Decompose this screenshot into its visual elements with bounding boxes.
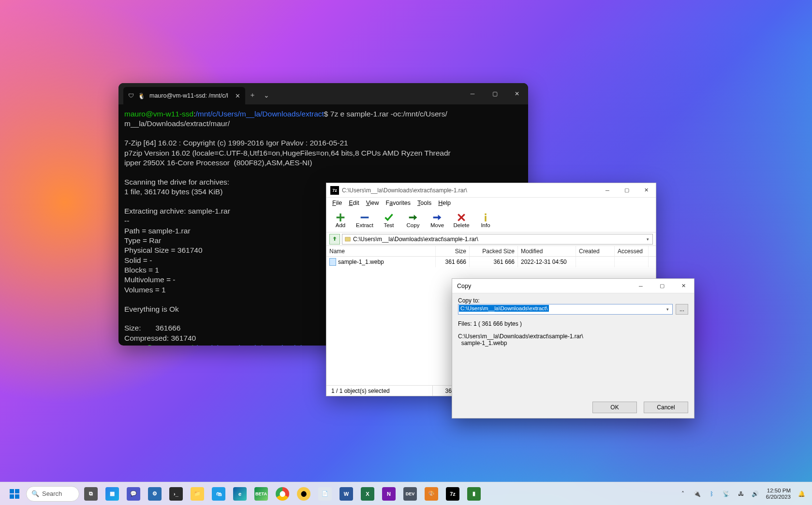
tool-label: Info	[481, 222, 490, 228]
tray-notifications-icon[interactable]: 🔔	[795, 484, 808, 504]
cmd-line-2: m__la/Downloads/extract/maur/	[124, 119, 230, 128]
menu-help[interactable]: Help	[435, 199, 454, 207]
col-acc[interactable]: Accessed	[615, 246, 649, 256]
svg-rect-7	[15, 494, 19, 499]
col-name[interactable]: Name	[326, 246, 436, 256]
info-icon	[480, 213, 491, 222]
tool-extract[interactable]: Extract	[354, 213, 375, 228]
search-box[interactable]: 🔍 Search	[26, 486, 79, 502]
tool-move[interactable]: Move	[427, 213, 447, 228]
file-size: 361 666	[436, 257, 470, 267]
app-chrome-canary[interactable]: ⬤	[294, 484, 313, 504]
tray-usb-icon[interactable]: 🔌	[691, 484, 704, 504]
ok-button[interactable]: OK	[592, 402, 637, 413]
menu-view[interactable]: View	[363, 199, 382, 207]
tray-bluetooth-icon[interactable]: ᛒ	[705, 484, 719, 504]
tab-close-icon[interactable]: ✕	[235, 92, 240, 100]
close-button[interactable]: ✕	[636, 183, 656, 198]
copy-buttons: OK Cancel	[452, 397, 694, 418]
tool-info[interactable]: Info	[475, 213, 496, 228]
menu-edit[interactable]: Edit	[346, 199, 362, 207]
clock[interactable]: 12:50 PM 6/20/2023	[763, 488, 794, 500]
tray-location-icon[interactable]: 📡	[720, 484, 733, 504]
app-chrome[interactable]: ⬤	[273, 484, 292, 504]
tool-copy[interactable]: Copy	[403, 213, 423, 228]
copy-to-path: C:\Users\m__la\Downloads\extract\	[459, 305, 549, 312]
windows-icon	[9, 488, 20, 500]
maximize-button[interactable]: ▢	[651, 279, 673, 293]
app-onenote[interactable]: N	[379, 484, 399, 504]
copy-source-list: C:\Users\m__la\Downloads\extract\sample-…	[458, 333, 688, 346]
tool-label: Test	[384, 222, 394, 228]
terminal-tab[interactable]: 🛡 🐧 mauro@vm-w11-ssd: /mnt/c/l ✕	[123, 87, 245, 104]
browse-button[interactable]: ...	[676, 304, 688, 315]
app-store[interactable]: 🛍	[209, 484, 228, 504]
tool-test[interactable]: Test	[379, 213, 399, 228]
sevenzip-toolbar: Add Extract Test Copy Move Delete	[326, 208, 656, 232]
app-generic[interactable]: ▮	[464, 484, 484, 504]
cmd-line-1: 7z e sample-1.rar -oc:/mnt/c/Users/	[330, 110, 447, 118]
up-folder-button[interactable]	[329, 234, 340, 245]
terminal-titlebar: 🛡 🐧 mauro@vm-w11-ssd: /mnt/c/l ✕ ＋ ⌄ ─ ▢…	[118, 83, 528, 104]
copy-to-label: Copy to:	[458, 297, 688, 304]
move-arrow-icon	[432, 213, 443, 222]
copy-title: Copy	[452, 283, 471, 289]
list-item[interactable]: sample-1_1.webp 361 666 361 666 2022-12-…	[326, 257, 656, 267]
combo-dropdown-icon[interactable]: ▾	[664, 305, 671, 313]
address-field[interactable]: C:\Users\m__la\Downloads\extract\sample-…	[342, 234, 653, 245]
app-terminal[interactable]: ›_	[166, 484, 186, 504]
tray-volume-icon[interactable]: 🔊	[749, 484, 762, 504]
folder-up-icon	[331, 236, 338, 243]
app-settings[interactable]: ⚙	[145, 484, 164, 504]
app-teams[interactable]: 💬	[124, 484, 143, 504]
app-notepad[interactable]: 📄	[315, 484, 335, 504]
out-line: --	[124, 216, 129, 225]
close-button[interactable]: ✕	[506, 83, 528, 104]
tray-network-icon[interactable]: 🖧	[734, 484, 748, 504]
app-edge-beta[interactable]: BETA	[251, 484, 271, 504]
address-dropdown-icon[interactable]: ▾	[644, 235, 651, 243]
tab-dropdown-button[interactable]: ⌄	[260, 91, 273, 99]
col-mod[interactable]: Modified	[518, 246, 576, 256]
maximize-button[interactable]: ▢	[484, 83, 506, 104]
menu-tools[interactable]: Tools	[414, 199, 434, 207]
app-devhome[interactable]: DEV	[400, 484, 420, 504]
check-icon	[384, 213, 394, 222]
task-view-button[interactable]: ⧉	[81, 484, 101, 504]
start-button[interactable]	[5, 484, 24, 504]
app-7zip[interactable]: 7z	[443, 484, 462, 504]
out-line: ipper 2950X 16-Core Processor (800F82),A…	[124, 159, 312, 167]
clock-time: 12:50 PM	[767, 488, 791, 494]
col-size[interactable]: Size	[436, 246, 470, 256]
app-word[interactable]: W	[337, 484, 356, 504]
menu-favorites[interactable]: Favorites	[383, 199, 413, 207]
new-tab-button[interactable]: ＋	[245, 91, 260, 100]
cancel-button[interactable]: Cancel	[644, 402, 688, 413]
out-line: Volumes = 1	[124, 286, 166, 294]
tray-chevron-icon[interactable]: ˄	[676, 484, 690, 504]
sevenzip-titlebar: 7z C:\Users\m__la\Downloads\extract\samp…	[326, 183, 656, 198]
col-psize[interactable]: Packed Size	[470, 246, 518, 256]
minimize-button[interactable]: ─	[630, 279, 651, 293]
tool-delete[interactable]: Delete	[451, 213, 472, 228]
out-line: Compressed: 361740	[124, 334, 196, 342]
app-explorer[interactable]: 📁	[188, 484, 207, 504]
file-icon	[329, 258, 336, 266]
app-widgets[interactable]: ▦	[103, 484, 122, 504]
minimize-button[interactable]: ─	[598, 183, 617, 198]
menu-file[interactable]: File	[329, 199, 345, 207]
out-line: Everything is Ok	[124, 305, 179, 313]
close-button[interactable]: ✕	[673, 279, 694, 293]
app-edge[interactable]: e	[230, 484, 250, 504]
maximize-button[interactable]: ▢	[617, 183, 636, 198]
copy-dialog: Copy ─ ▢ ✕ Copy to: C:\Users\m__la\Downl…	[452, 278, 694, 418]
copy-to-combo[interactable]: C:\Users\m__la\Downloads\extract\ ▾	[458, 304, 673, 315]
col-created[interactable]: Created	[576, 246, 615, 256]
list-headers: Name Size Packed Size Modified Created A…	[326, 246, 656, 257]
tool-add[interactable]: Add	[330, 213, 351, 228]
minimize-button[interactable]: ─	[461, 83, 484, 104]
app-paint[interactable]: 🎨	[422, 484, 441, 504]
file-created	[576, 257, 615, 267]
out-line: 1 file, 361740 bytes (354 KiB)	[124, 188, 222, 196]
app-excel[interactable]: X	[358, 484, 377, 504]
